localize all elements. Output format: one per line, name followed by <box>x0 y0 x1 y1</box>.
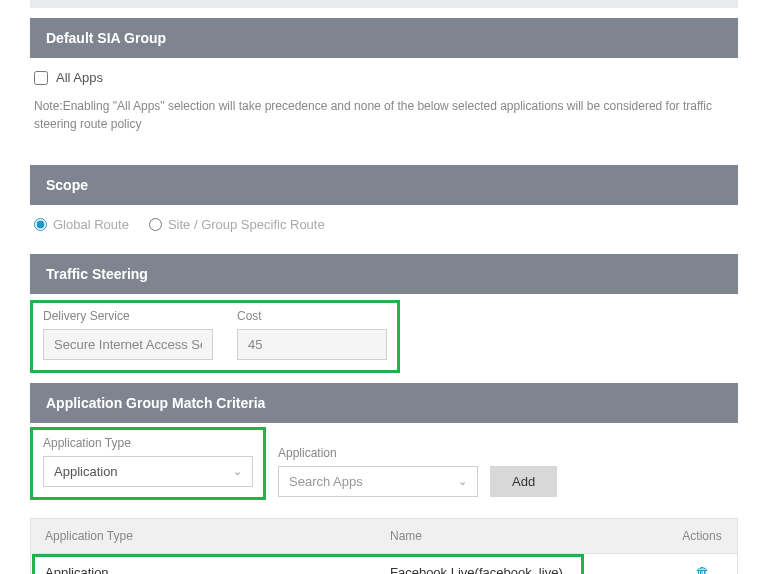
app-type-label: Application Type <box>43 436 253 450</box>
match-criteria-header: Application Group Match Criteria <box>30 383 738 423</box>
col-name: Name <box>376 519 667 554</box>
chevron-down-icon: ⌄ <box>458 475 467 488</box>
app-type-value: Application <box>54 464 118 479</box>
match-criteria-table: Application Type Name Actions Applicatio… <box>31 519 737 574</box>
col-app-type: Application Type <box>31 519 376 554</box>
default-sia-group-header: Default SIA Group <box>30 18 738 58</box>
top-divider <box>30 0 738 8</box>
application-search-placeholder: Search Apps <box>289 474 363 489</box>
scope-header: Scope <box>30 165 738 205</box>
table-row: Application Facebook Live(facebook_live)… <box>31 554 737 575</box>
global-route-label: Global Route <box>53 217 129 232</box>
traffic-steering-highlight: Delivery Service Cost <box>30 300 400 373</box>
application-label: Application <box>278 446 478 460</box>
col-actions: Actions <box>667 519 737 554</box>
global-route-radio[interactable] <box>34 218 47 231</box>
chevron-down-icon: ⌄ <box>233 465 242 478</box>
delivery-service-input[interactable] <box>43 329 213 360</box>
all-apps-label: All Apps <box>56 70 103 85</box>
cell-app-type: Application <box>31 554 376 575</box>
site-group-route-radio[interactable] <box>149 218 162 231</box>
add-button[interactable]: Add <box>490 466 557 497</box>
trash-icon[interactable]: 🗑 <box>695 564 710 574</box>
traffic-steering-header: Traffic Steering <box>30 254 738 294</box>
app-type-select[interactable]: Application ⌄ <box>43 456 253 487</box>
all-apps-note: Note:Enabling "All Apps" selection will … <box>34 97 734 133</box>
site-group-route-label: Site / Group Specific Route <box>168 217 325 232</box>
cost-input[interactable] <box>237 329 387 360</box>
delivery-service-label: Delivery Service <box>43 309 213 323</box>
application-search-select[interactable]: Search Apps ⌄ <box>278 466 478 497</box>
cost-label: Cost <box>237 309 387 323</box>
app-type-highlight: Application Type Application ⌄ <box>30 427 266 500</box>
all-apps-checkbox[interactable] <box>34 71 48 85</box>
cell-name: Facebook Live(facebook_live) <box>376 554 667 575</box>
